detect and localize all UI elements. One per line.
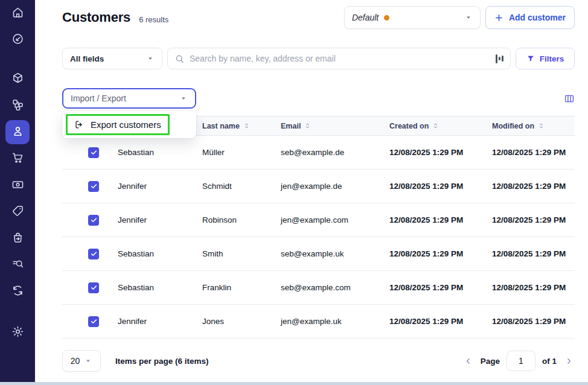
- cell-email: jen@example.uk: [271, 317, 380, 326]
- row-checkbox[interactable]: [88, 215, 99, 226]
- cell-last-name: Müller: [193, 148, 271, 157]
- filters-label: Filters: [540, 54, 564, 63]
- cell-first-name: Jennifer: [108, 215, 193, 224]
- items-per-page-label: Items per page (6 items): [115, 357, 209, 366]
- chevron-down-icon: [464, 13, 473, 22]
- import-export-button[interactable]: Import / Export: [62, 88, 196, 109]
- table-footer: 20 Items per page (6 items) Page of 1: [62, 344, 575, 378]
- check-icon: [90, 216, 98, 224]
- cell-created-on: 12/08/2025 1:29 PM: [380, 283, 482, 292]
- sync-icon: [11, 284, 24, 299]
- sidebar-item-customers[interactable]: [5, 120, 30, 144]
- store-select-value: Default: [352, 13, 379, 22]
- columns-icon: [564, 94, 575, 104]
- table-row[interactable]: Jennifer Robinson jen@example.com 12/08/…: [62, 203, 575, 237]
- header-created-on[interactable]: Created on: [380, 122, 482, 130]
- cell-last-name: Franklin: [193, 283, 271, 292]
- cash-icon: [11, 178, 24, 193]
- check-icon: [90, 284, 98, 291]
- table-row[interactable]: Jennifer Schmidt jen@example.de 12/08/20…: [62, 170, 575, 203]
- cell-first-name: Jennifer: [108, 182, 193, 191]
- of-total-label: of 1: [542, 357, 557, 366]
- cell-modified-on: 12/08/2025 1:29 PM: [482, 283, 575, 292]
- page-size-select[interactable]: 20: [62, 350, 101, 372]
- store-select[interactable]: Default: [344, 6, 481, 29]
- sort-icon: [304, 122, 312, 130]
- table-row[interactable]: Sebastian Müller seb@example.de 12/08/20…: [62, 136, 575, 170]
- search-input[interactable]: [190, 54, 491, 63]
- header-email-label: Email: [281, 122, 301, 130]
- chevron-right-icon: [564, 357, 574, 366]
- add-customer-label: Add customer: [509, 13, 566, 22]
- header-email[interactable]: Email: [271, 122, 380, 130]
- page-label: Page: [481, 357, 500, 366]
- sidebar-item-products[interactable]: [5, 67, 30, 91]
- sidebar-item-workflows[interactable]: [5, 94, 30, 118]
- search-icon: [174, 54, 185, 64]
- header-modified-on[interactable]: Modified on: [482, 122, 575, 130]
- sidebar-item-inventory[interactable]: [5, 226, 30, 250]
- header-actions: Default Add customer: [344, 6, 575, 29]
- header-created-on-label: Created on: [389, 122, 429, 130]
- row-checkbox[interactable]: [88, 316, 99, 327]
- field-select[interactable]: All fields: [62, 48, 162, 69]
- cell-last-name: Smith: [193, 249, 271, 258]
- column-settings-button[interactable]: [564, 94, 575, 104]
- export-customers-label: Export customers: [91, 119, 161, 130]
- page-size-value: 20: [71, 356, 80, 366]
- field-select-value: All fields: [70, 54, 104, 63]
- chevron-down-icon: [84, 357, 92, 365]
- sidebar-item-home[interactable]: [5, 1, 30, 25]
- cell-modified-on: 12/08/2025 1:29 PM: [482, 215, 575, 224]
- sort-icon: [432, 122, 439, 130]
- header-last-name-label: Last name: [202, 122, 240, 130]
- previous-page-button[interactable]: [462, 355, 474, 367]
- sidebar-item-dashboard[interactable]: [5, 28, 30, 52]
- cell-created-on: 12/08/2025 1:29 PM: [380, 182, 482, 191]
- search-toolbar: All fields Filters: [62, 48, 575, 69]
- table-row[interactable]: Sebastian Franklin seb@example.com 12/08…: [62, 271, 575, 305]
- sidebar-item-orders[interactable]: [5, 147, 30, 171]
- cell-email: seb@example.uk: [271, 249, 380, 258]
- filters-button[interactable]: Filters: [516, 48, 575, 69]
- table-row[interactable]: Jennifer Jones jen@example.uk 12/08/2025…: [62, 305, 575, 339]
- row-checkbox[interactable]: [88, 181, 99, 192]
- cell-created-on: 12/08/2025 1:29 PM: [380, 148, 482, 157]
- shortcut-bars-icon: [496, 54, 503, 63]
- gauge-icon: [11, 33, 24, 48]
- sort-icon: [243, 122, 251, 130]
- row-checkbox[interactable]: [88, 147, 99, 158]
- table-row[interactable]: Sebastian Smith seb@example.uk 12/08/202…: [62, 237, 575, 271]
- bottom-edge-strip: [0, 382, 588, 385]
- export-icon: [74, 119, 85, 130]
- cell-email: jen@example.de: [271, 182, 380, 191]
- next-page-button[interactable]: [563, 355, 575, 367]
- cell-created-on: 12/08/2025 1:29 PM: [380, 317, 482, 326]
- table-actions-row: Import / Export Export customers: [62, 88, 575, 109]
- row-checkbox[interactable]: [88, 249, 99, 259]
- check-icon: [90, 250, 98, 258]
- import-export-wrap: Import / Export Export customers: [62, 88, 196, 109]
- sidebar-item-tags[interactable]: [5, 200, 30, 224]
- header-last-name[interactable]: Last name: [193, 122, 271, 130]
- cell-first-name: Sebastian: [108, 283, 193, 292]
- page-title: Customers: [62, 10, 130, 25]
- check-icon: [90, 148, 98, 156]
- cell-last-name: Jones: [193, 317, 271, 326]
- funnel-icon: [526, 54, 535, 63]
- sidebar-item-payments[interactable]: [5, 173, 30, 197]
- page-header: Customers 6 results Default Add customer: [62, 6, 575, 29]
- home-icon: [11, 6, 24, 21]
- sidebar-item-settings[interactable]: [5, 320, 30, 345]
- export-customers-menu-item[interactable]: Export customers: [66, 114, 170, 135]
- sidebar-item-search[interactable]: [5, 253, 30, 277]
- cell-first-name: Jennifer: [108, 317, 193, 326]
- cell-first-name: Sebastian: [108, 148, 193, 157]
- page-number-input[interactable]: [507, 351, 535, 371]
- row-checkbox[interactable]: [88, 282, 99, 293]
- add-customer-button[interactable]: Add customer: [485, 6, 575, 29]
- sidebar-item-sync[interactable]: [5, 279, 30, 304]
- tag-icon: [11, 205, 24, 220]
- pager: Page of 1: [462, 351, 575, 371]
- import-export-menu: Export customers: [62, 111, 196, 138]
